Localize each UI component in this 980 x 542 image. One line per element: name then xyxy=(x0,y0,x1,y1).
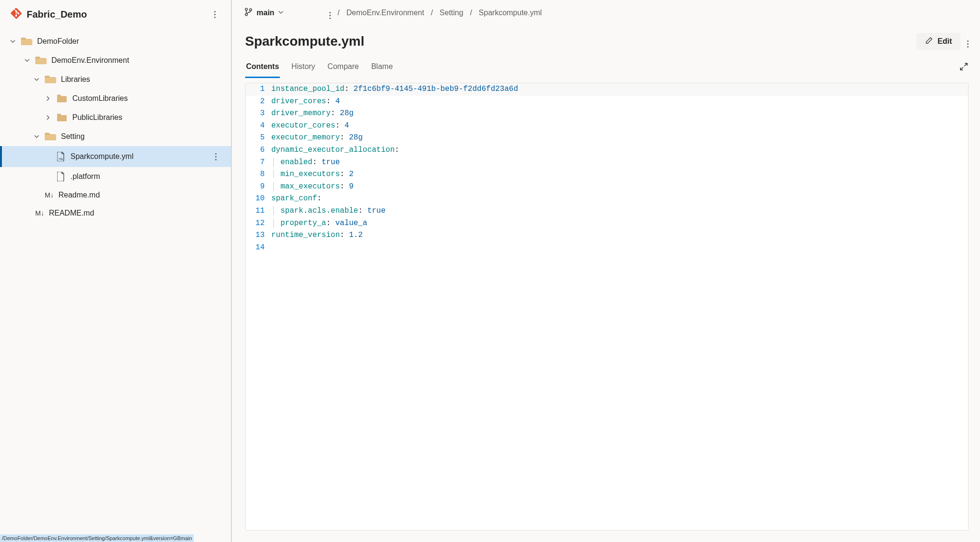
folder-icon xyxy=(56,113,68,122)
tree-item-label: .platform xyxy=(70,172,100,181)
tree-folder-customlibraries[interactable]: CustomLibraries xyxy=(0,89,231,108)
edit-button[interactable]: Edit xyxy=(917,33,960,50)
tree-file-sparkcompute[interactable]: YML Sparkcompute.yml xyxy=(0,146,231,167)
chevron-down-icon xyxy=(33,76,40,83)
tree-item-label: DemoFolder xyxy=(37,37,79,46)
folder-icon xyxy=(21,37,32,46)
fullscreen-button[interactable] xyxy=(959,62,969,73)
branch-icon xyxy=(244,8,253,18)
tree-item-label: DemoEnv.Environment xyxy=(51,56,129,65)
tree-item-label: Setting xyxy=(61,132,85,141)
code-line: 5executor_memory: 28g xyxy=(246,132,968,144)
svg-point-1 xyxy=(245,8,247,10)
breadcrumb-separator: / xyxy=(431,9,433,17)
title-actions: Edit xyxy=(917,33,969,50)
svg-point-2 xyxy=(245,13,247,16)
code-line: 9│ max_executors: 9 xyxy=(246,181,968,193)
code-line: 1instance_pool_id: 2f1c6bf9-4145-491b-be… xyxy=(246,83,968,96)
tree-folder-publiclibraries[interactable]: PublicLibraries xyxy=(0,108,231,127)
breadcrumb-item[interactable]: Sparkcompute.yml xyxy=(479,9,542,17)
folder-icon xyxy=(45,75,56,84)
code-line: 14 xyxy=(246,242,968,254)
breadcrumb-separator: / xyxy=(337,9,339,17)
code-line: 13runtime_version: 1.2 xyxy=(246,229,968,242)
code-line: 7│ enabled: true xyxy=(246,157,968,169)
file-tree: DemoFolder DemoEnv.Environment Librari xyxy=(0,29,231,542)
main-header: main / DemoEnv.Environment / Setting / S… xyxy=(232,0,980,26)
tree-folder-setting[interactable]: Setting xyxy=(0,127,231,146)
repo-header: Fabric_Demo xyxy=(0,0,231,29)
branch-more-button[interactable] xyxy=(329,7,331,19)
code-line: 12│ property_a: value_a xyxy=(246,217,968,230)
markdown-file-icon: M↓ xyxy=(35,209,44,217)
git-icon xyxy=(10,8,22,21)
tree-item-label: PublicLibraries xyxy=(72,113,122,122)
code-line: 10spark_conf: xyxy=(246,193,968,205)
tab-history[interactable]: History xyxy=(290,57,316,78)
main-content: main / DemoEnv.Environment / Setting / S… xyxy=(232,0,980,542)
tree-folder-demoenv[interactable]: DemoEnv.Environment xyxy=(0,51,231,70)
tree-item-label: Sparkcompute.yml xyxy=(70,152,134,161)
code-line: 6dynamic_executor_allocation: xyxy=(246,144,968,157)
breadcrumb-separator: / xyxy=(470,9,472,17)
repo-more-button[interactable] xyxy=(209,9,220,20)
chevron-down-icon xyxy=(278,9,284,17)
folder-icon xyxy=(56,94,68,103)
svg-text:YML: YML xyxy=(59,158,64,160)
chevron-right-icon xyxy=(45,114,51,121)
tree-folder-demofolder[interactable]: DemoFolder xyxy=(0,32,231,51)
tree-folder-libraries[interactable]: Libraries xyxy=(0,70,231,89)
folder-icon xyxy=(45,132,56,141)
repo-title[interactable]: Fabric_Demo xyxy=(10,8,87,21)
tree-file-platform[interactable]: .platform xyxy=(0,167,231,186)
edit-label: Edit xyxy=(938,37,952,46)
more-vertical-icon xyxy=(215,153,217,160)
chevron-down-icon xyxy=(33,133,40,140)
tabs-row: Contents History Compare Blame xyxy=(232,54,980,78)
file-more-button[interactable] xyxy=(210,151,221,162)
tab-blame[interactable]: Blame xyxy=(370,57,394,78)
tree-file-readme2[interactable]: M↓ README.md xyxy=(0,204,231,222)
file-explorer-sidebar: Fabric_Demo DemoFolder xyxy=(0,0,232,542)
more-vertical-icon xyxy=(214,11,216,18)
tabs: Contents History Compare Blame xyxy=(245,57,394,78)
repo-name-label: Fabric_Demo xyxy=(27,9,87,20)
breadcrumb-item[interactable]: DemoEnv.Environment xyxy=(346,9,424,17)
code-line: 4executor_cores: 4 xyxy=(246,120,968,132)
chevron-down-icon xyxy=(24,57,30,64)
code-line: 2driver_cores: 4 xyxy=(246,96,968,108)
breadcrumb-item[interactable]: Setting xyxy=(440,9,464,17)
breadcrumbs: / DemoEnv.Environment / Setting / Sparkc… xyxy=(337,9,542,17)
svg-point-3 xyxy=(249,9,252,11)
tree-item-label: CustomLibraries xyxy=(72,94,128,103)
tab-compare[interactable]: Compare xyxy=(327,57,360,78)
tree-item-label: README.md xyxy=(49,209,94,217)
tree-file-readme1[interactable]: M↓ Readme.md xyxy=(0,186,231,204)
file-icon xyxy=(56,172,66,181)
tree-item-label: Libraries xyxy=(61,75,90,84)
code-line: 3driver_memory: 28g xyxy=(246,108,968,120)
chevron-right-icon xyxy=(45,95,51,102)
title-row: Sparkcompute.yml Edit xyxy=(232,26,980,54)
markdown-file-icon: M↓ xyxy=(45,191,54,199)
status-bar-path: /DemoFolder/DemoEnv.Environment/Setting/… xyxy=(0,534,194,542)
code-viewer: 1instance_pool_id: 2f1c6bf9-4145-491b-be… xyxy=(245,83,969,531)
tab-contents[interactable]: Contents xyxy=(245,57,280,78)
branch-picker[interactable]: main xyxy=(240,5,287,21)
branch-name-label: main xyxy=(257,9,274,17)
yml-file-icon: YML xyxy=(56,152,66,161)
code-line: 11│ spark.acls.enable: true xyxy=(246,205,968,217)
tree-item-label: Readme.md xyxy=(59,191,100,199)
file-title: Sparkcompute.yml xyxy=(245,34,365,49)
more-vertical-icon xyxy=(329,12,331,19)
folder-icon xyxy=(35,56,47,65)
chevron-down-icon xyxy=(10,38,16,45)
file-more-button[interactable] xyxy=(967,36,969,48)
more-vertical-icon xyxy=(967,40,969,48)
code-line: 8│ min_executors: 2 xyxy=(246,168,968,181)
pencil-icon xyxy=(925,37,933,46)
